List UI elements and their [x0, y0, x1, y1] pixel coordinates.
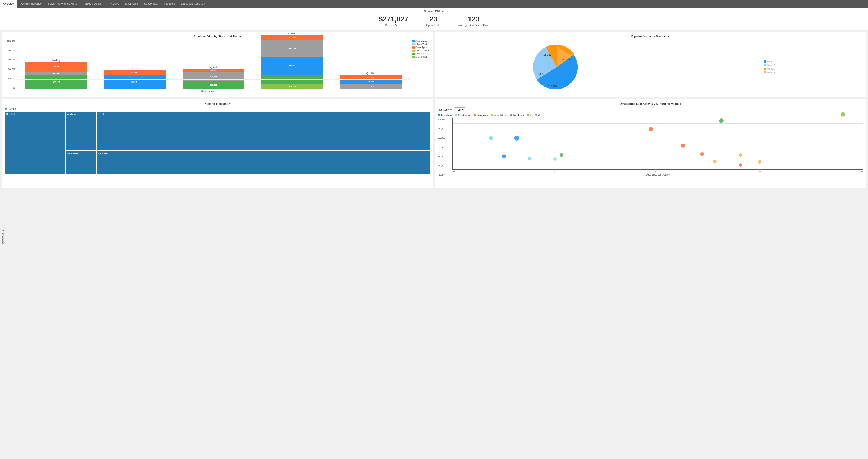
pie-legend-label: Widget 3 [767, 67, 775, 70]
scatter-point[interactable] [649, 127, 653, 132]
scatter-point[interactable] [681, 144, 685, 148]
pie-legend-item[interactable]: Widget 3 [764, 67, 775, 70]
scatter-legend-label: Mark Smith [530, 114, 541, 116]
scatter-point[interactable] [514, 136, 519, 141]
scatter-point[interactable] [701, 152, 704, 156]
treemap-grid: Created Working Lead Negotiation Qualifi… [5, 111, 430, 174]
scatter-y-25000: $25,000 [438, 137, 445, 139]
nav-seasonality[interactable]: Seasonality [141, 0, 161, 7]
kpi-deals-label: Open Deals [426, 24, 440, 27]
y-label-5: $0 [13, 87, 16, 89]
scatter-y-max: $32,914 [438, 118, 445, 120]
scatter-legend-label: Dana Ryan [476, 114, 488, 116]
legend-item[interactable]: Dana Ryan [412, 46, 430, 49]
bar-chart-main: $102,576 $80,000 $60,000 $40,000 $20,000… [5, 40, 410, 92]
kpi-deals-number: 23 [429, 15, 437, 23]
pie-chart-svg-container: 592,480 321,786 310,688 328,320 [526, 40, 588, 94]
scatter-controls: Has Activity: Yes No [438, 107, 863, 112]
scatter-legend-label: Lisa Jones [513, 114, 524, 116]
scatter-legend-dot [455, 114, 457, 116]
pie-legend-color [764, 64, 766, 66]
legend-item[interactable]: Amy Morris [412, 40, 430, 42]
bottom-row: Pipeline Tree Map Pipeline Created Worki… [0, 99, 868, 190]
pie-label-328320: 328,320 [542, 53, 551, 56]
scatter-legend-dot [491, 114, 493, 116]
scatter-point[interactable] [739, 153, 742, 156]
scatter-point[interactable] [713, 160, 717, 163]
y-label-2: $60,000 [8, 59, 16, 61]
treemap-title[interactable]: Pipeline Tree Map [5, 102, 430, 106]
pie-legend-item[interactable]: Widget 2 [764, 64, 775, 66]
kpi-deal-age: 123 Average Deal Age in Days [458, 15, 489, 27]
pie-legend-item[interactable]: Widget 1 [764, 60, 775, 63]
nav-sales-rep[interactable]: Sales Rep Won by Month [45, 0, 81, 7]
scatter-point[interactable] [554, 157, 557, 161]
scatter-legend-item: Lisa Jones [510, 114, 524, 116]
scatter-point[interactable] [489, 136, 493, 140]
legend-label: Kevin Tillman [415, 49, 429, 52]
scatter-y-20000: $20,000 [438, 146, 445, 148]
scatter-point[interactable] [528, 156, 531, 160]
legend-item[interactable]: Lisa Jones [412, 52, 430, 55]
kpi-pipeline-value: $271,027 Pipeline Value [379, 15, 408, 27]
pie-label-310688: 310,688 [548, 85, 557, 88]
legend-color [412, 43, 414, 46]
pie-chart-title[interactable]: Pipeline Value by Product [438, 35, 863, 38]
x-label-0: 0 [554, 170, 556, 173]
bar-chart-legend: Amy MorrisChuck WhiteDana RyanKevin Till… [410, 40, 430, 92]
pie-legend-label: Widget 4 [767, 71, 775, 74]
pie-chart-svg: 592,480 321,786 310,688 328,320 [526, 40, 588, 94]
nav-products[interactable]: Products [161, 0, 178, 7]
scatter-legend-item: Amy Morris [438, 114, 452, 116]
nav-activities[interactable]: Activities [105, 0, 122, 7]
bar-segment: $10,580 [261, 35, 323, 40]
legend-color [412, 47, 414, 49]
bar-chart-title[interactable]: Pipeline Value by Stage and Rep [5, 35, 430, 38]
nav-overview[interactable]: Overview [0, 0, 18, 7]
treemap-cell-created: Created [5, 111, 65, 174]
legend-label: Lisa Jones [415, 52, 426, 55]
legend-color [412, 53, 414, 55]
x-label-100: 100 [655, 170, 658, 173]
legend-item[interactable]: Kevin Tillman [412, 49, 430, 52]
y-label-1: $80,000 [8, 49, 16, 52]
scatter-legend-dot [510, 114, 513, 116]
has-activity-label: Has Activity: [438, 108, 452, 111]
scatter-legend-label: Kevin Tillman [494, 114, 507, 116]
treemap-cell-lead: Lead [97, 111, 430, 150]
legend-label: Dana Ryan [415, 46, 427, 49]
scatter-y-10000: $10,000 [438, 165, 445, 167]
scatter-point[interactable] [739, 164, 742, 167]
kpi-pipeline-number: $271,027 [379, 15, 408, 23]
treemap-legend: Pipeline [5, 107, 430, 110]
scatter-x-axis: -35 0 100 200 286 [452, 170, 863, 173]
legend-item[interactable]: Chuck White [412, 43, 430, 46]
has-activity-select[interactable]: Yes No [454, 107, 465, 112]
nav-sales-forecast[interactable]: Sales Forecast [81, 0, 105, 7]
legend-label: Amy Morris [415, 40, 427, 42]
scatter-legend-item: Mark Smith [527, 114, 541, 116]
scatter-point[interactable] [719, 118, 723, 123]
nav-whats-happened[interactable]: What's Happened [18, 0, 45, 7]
x-label-200: 200 [757, 170, 761, 173]
scatter-legend-dot [527, 114, 529, 116]
scatter-point[interactable] [841, 112, 845, 117]
x-label-286: 286 [860, 170, 863, 173]
scatter-point[interactable] [560, 153, 563, 157]
scatter-y-30000: $30,000 [438, 127, 445, 130]
scatter-point[interactable] [758, 160, 762, 164]
scatter-y-axis: $32,914 $30,000 $25,000 $20,000 $15,000 … [438, 118, 446, 176]
nav-deal-table[interactable]: Deal Table [122, 0, 141, 7]
pie-chart-panel: Pipeline Value by Product 592,480 321,78… [435, 32, 866, 97]
kpi-title[interactable]: Pipeline KPIs [0, 10, 868, 13]
legend-item[interactable]: Mark Smith [412, 56, 430, 58]
legend-color [412, 56, 414, 58]
scatter-point[interactable] [502, 154, 506, 159]
pie-legend-item[interactable]: Widget 4 [764, 71, 775, 74]
scatter-legend-item: Dana Ryan [474, 114, 488, 116]
scatter-title[interactable]: Days Since Last Activity vs. Pending Val… [438, 102, 863, 106]
legend-color [412, 40, 414, 42]
pie-chart-area: 592,480 321,786 310,688 328,320 Widget 1… [438, 40, 863, 94]
pie-legend-label: Widget 1 [767, 60, 775, 63]
nav-leads-activities[interactable]: Leads and Activities [178, 0, 208, 7]
